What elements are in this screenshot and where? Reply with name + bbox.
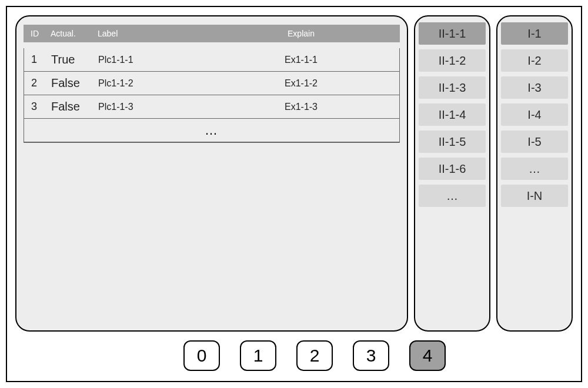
cell-id: 2 <box>31 77 51 89</box>
col-header-label: Label <box>98 29 209 38</box>
cell-explain: Ex1-1-2 <box>210 78 392 89</box>
app-outer-frame: ID Actual. Label Explain 1 True Plc1-1-1… <box>6 6 582 382</box>
side-ii-item[interactable]: II-1-5 <box>419 131 486 153</box>
side-i-item[interactable]: I-2 <box>501 49 568 72</box>
num-button-2[interactable]: 2 <box>296 340 333 371</box>
side-panel-ii: II-1-1 II-1-2 II-1-3 II-1-4 II-1-5 II-1-… <box>414 15 490 332</box>
main-panel: ID Actual. Label Explain 1 True Plc1-1-1… <box>15 15 408 332</box>
side-i-item[interactable]: … <box>501 158 568 180</box>
cell-explain: Ex1-1-3 <box>210 102 392 112</box>
side-i-item[interactable]: I-1 <box>501 22 568 45</box>
ellipsis-text: … <box>205 123 219 138</box>
side-i-item[interactable]: I-5 <box>501 131 568 153</box>
cell-label: Plc1-1-1 <box>98 55 210 65</box>
cell-id: 1 <box>31 53 51 66</box>
col-header-id: ID <box>31 29 51 38</box>
side-ii-item[interactable]: II-1-6 <box>419 158 486 180</box>
table-row[interactable]: 2 False Plc1-1-2 Ex1-1-2 <box>24 72 399 95</box>
side-i-item[interactable]: I-4 <box>501 103 568 126</box>
table-header-row: ID Actual. Label Explain <box>24 25 400 42</box>
table-row[interactable]: 1 True Plc1-1-1 Ex1-1-1 <box>24 48 399 72</box>
cell-actual: False <box>51 100 98 113</box>
side-ii-item[interactable]: II-1-1 <box>419 22 486 45</box>
side-ii-item[interactable]: II-1-4 <box>419 103 486 126</box>
side-ii-item[interactable]: II-1-2 <box>419 49 486 72</box>
bottom-button-row: 0 1 2 3 4 <box>56 332 573 373</box>
side-panel-i: I-1 I-2 I-3 I-4 I-5 … I-N <box>496 15 573 332</box>
cell-explain: Ex1-1-1 <box>210 55 392 65</box>
cell-actual: False <box>51 76 98 90</box>
cell-label: Plc1-1-2 <box>98 78 210 89</box>
num-button-3[interactable]: 3 <box>353 340 389 371</box>
side-i-item[interactable]: I-3 <box>501 76 568 99</box>
table-body: 1 True Plc1-1-1 Ex1-1-1 2 False Plc1-1-2… <box>24 48 400 143</box>
col-header-explain: Explain <box>209 29 393 38</box>
cell-actual: True <box>51 53 98 66</box>
table-row[interactable]: 3 False Plc1-1-3 Ex1-1-3 <box>24 95 399 119</box>
side-ii-item[interactable]: II-1-3 <box>419 76 486 99</box>
num-button-4[interactable]: 4 <box>409 340 446 371</box>
cell-label: Plc1-1-3 <box>98 102 210 112</box>
side-i-item[interactable]: I-N <box>501 185 568 207</box>
side-ii-item[interactable]: … <box>419 185 486 207</box>
cell-id: 3 <box>31 101 51 113</box>
num-button-0[interactable]: 0 <box>183 340 220 371</box>
table-row-ellipsis: … <box>24 119 399 142</box>
col-header-actual: Actual. <box>51 29 98 38</box>
top-row: ID Actual. Label Explain 1 True Plc1-1-1… <box>15 15 573 332</box>
num-button-1[interactable]: 1 <box>240 340 276 371</box>
